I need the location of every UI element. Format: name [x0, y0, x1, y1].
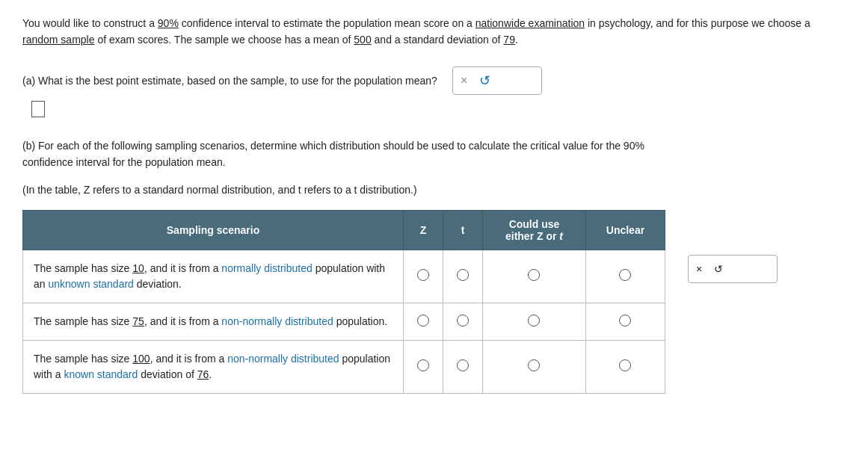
question-a-text: (a) What is the best point estimate, bas… — [22, 72, 437, 89]
radio-either-1[interactable] — [483, 250, 586, 303]
header-either: Could useeither Z or t — [483, 210, 586, 250]
radio-either-2[interactable] — [483, 303, 586, 340]
header-scenario: Sampling scenario — [23, 210, 404, 250]
radio-t-1[interactable] — [443, 250, 483, 303]
question-b-text: (b) For each of the following sampling s… — [22, 137, 695, 171]
radio-z-3[interactable] — [404, 340, 443, 393]
header-z: Z — [404, 210, 443, 250]
radio-t-2[interactable] — [443, 303, 483, 340]
question-a-answer-box: × ↺ — [452, 66, 542, 95]
radio-unclear-1[interactable] — [585, 250, 665, 303]
header-unclear: Unclear — [585, 210, 665, 250]
radio-z-2[interactable] — [404, 303, 443, 340]
side-undo-icon[interactable]: ↺ — [714, 263, 723, 275]
radio-unclear-3[interactable] — [585, 340, 665, 393]
table-row: The sample has size 75, and it is from a… — [23, 303, 665, 340]
side-clear-icon[interactable]: × — [696, 263, 702, 275]
intro-text: You would like to construct a 90% confid… — [22, 15, 830, 49]
radio-unclear-2[interactable] — [585, 303, 665, 340]
table-section: Sampling scenario Z t Could useeither Z … — [22, 210, 846, 394]
scenario-1: The sample has size 10, and it is from a… — [23, 250, 404, 303]
question-b-section: (b) For each of the following sampling s… — [22, 137, 846, 171]
scenario-3: The sample has size 100, and it is from … — [23, 340, 404, 393]
radio-z-1[interactable] — [404, 250, 443, 303]
table-row: The sample has size 10, and it is from a… — [23, 250, 665, 303]
header-t: t — [443, 210, 483, 250]
radio-t-3[interactable] — [443, 340, 483, 393]
note-text: (In the table, Z refers to a standard no… — [22, 182, 695, 198]
radio-either-3[interactable] — [483, 340, 586, 393]
side-answer-box: × ↺ — [688, 255, 778, 283]
clear-icon[interactable]: × — [461, 74, 467, 87]
question-a-section: (a) What is the best point estimate, bas… — [22, 66, 846, 120]
undo-icon[interactable]: ↺ — [479, 72, 490, 89]
table-row: The sample has size 100, and it is from … — [23, 340, 665, 393]
sampling-table: Sampling scenario Z t Could useeither Z … — [22, 210, 665, 394]
scenario-2: The sample has size 75, and it is from a… — [23, 303, 404, 340]
question-a-input[interactable] — [31, 101, 45, 117]
